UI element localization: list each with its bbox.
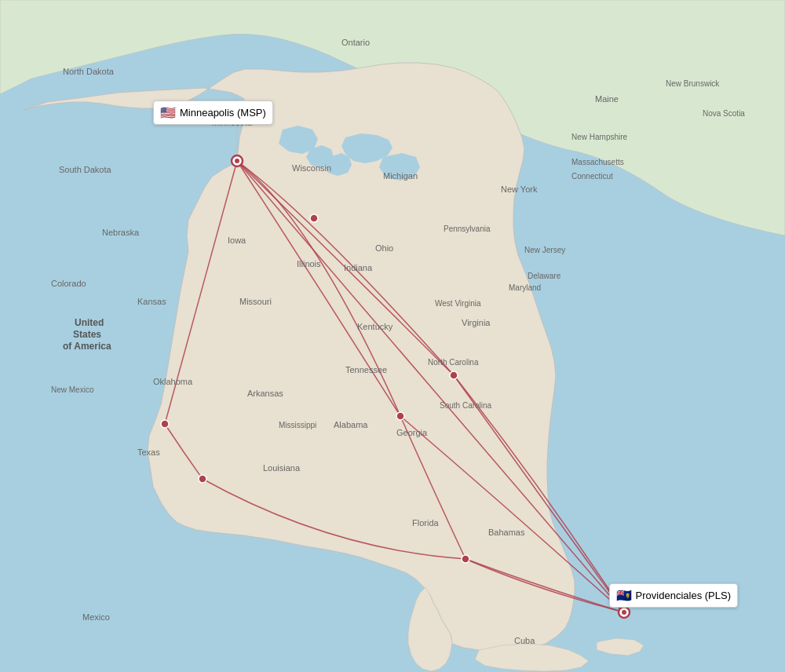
svg-text:Mexico: Mexico (82, 612, 110, 622)
pls-flag: 🇹🇨 (616, 588, 632, 603)
svg-point-3 (310, 214, 318, 222)
map-container: North Dakota South Dakota Nebraska Color… (0, 0, 785, 672)
svg-text:Michigan: Michigan (383, 171, 418, 181)
svg-text:Ontario: Ontario (341, 38, 370, 47)
svg-text:Oklahoma: Oklahoma (153, 377, 193, 386)
svg-text:South Dakota: South Dakota (59, 165, 112, 174)
msp-airport-label: 🇺🇸 Minneapolis (MSP) (153, 100, 273, 125)
msp-flag: 🇺🇸 (160, 105, 176, 120)
svg-point-4 (450, 371, 458, 379)
svg-text:Tennessee: Tennessee (345, 365, 387, 374)
svg-text:of America: of America (63, 341, 111, 352)
svg-text:Indiana: Indiana (344, 263, 373, 272)
svg-text:Colorado: Colorado (51, 279, 86, 288)
svg-text:North Carolina: North Carolina (428, 358, 479, 367)
svg-text:Illinois: Illinois (297, 259, 321, 268)
svg-point-6 (462, 555, 469, 563)
svg-text:Wisconsin: Wisconsin (292, 163, 331, 173)
map-svg: North Dakota South Dakota Nebraska Color… (0, 0, 785, 672)
svg-text:New Jersey: New Jersey (524, 246, 565, 254)
msp-label-text: Minneapolis (MSP) (180, 107, 266, 119)
svg-text:New Hampshire: New Hampshire (571, 133, 628, 141)
svg-text:Mississippi: Mississippi (279, 421, 316, 429)
svg-text:Georgia: Georgia (396, 428, 428, 437)
svg-point-8 (199, 475, 206, 483)
svg-text:United: United (75, 317, 104, 328)
svg-text:States: States (73, 329, 101, 340)
svg-text:Connecticut: Connecticut (571, 172, 613, 181)
svg-point-10 (235, 159, 239, 163)
svg-text:Massachusetts: Massachusetts (571, 158, 624, 166)
svg-text:Louisiana: Louisiana (263, 463, 301, 473)
svg-text:Missouri: Missouri (239, 297, 272, 306)
svg-text:Delaware: Delaware (528, 272, 561, 280)
svg-text:New York: New York (501, 184, 538, 194)
pls-label-text: Providenciales (PLS) (636, 590, 731, 601)
svg-text:Nova Scotia: Nova Scotia (703, 109, 745, 118)
svg-text:Kansas: Kansas (137, 297, 166, 306)
svg-point-7 (161, 420, 169, 428)
svg-text:New Brunswick: New Brunswick (666, 79, 720, 88)
svg-text:Iowa: Iowa (228, 236, 246, 245)
svg-text:New Mexico: New Mexico (51, 385, 94, 394)
svg-text:Ohio: Ohio (375, 243, 393, 253)
svg-text:Florida: Florida (412, 518, 440, 528)
svg-text:Cuba: Cuba (514, 636, 535, 645)
svg-point-12 (622, 610, 626, 615)
svg-text:South Carolina: South Carolina (440, 401, 492, 410)
svg-text:Maine: Maine (595, 94, 619, 104)
pls-airport-label: 🇹🇨 Providenciales (PLS) (609, 583, 738, 608)
svg-text:West Virginia: West Virginia (435, 299, 481, 308)
svg-text:Maryland: Maryland (509, 283, 541, 292)
svg-text:Pennsylvania: Pennsylvania (444, 225, 491, 233)
svg-text:Bahamas: Bahamas (488, 528, 525, 537)
svg-text:Arkansas: Arkansas (247, 389, 283, 398)
svg-text:Virginia: Virginia (462, 318, 491, 327)
svg-point-5 (396, 412, 404, 420)
svg-text:North Dakota: North Dakota (63, 67, 115, 76)
svg-text:Nebraska: Nebraska (102, 228, 140, 237)
svg-text:Kentucky: Kentucky (357, 322, 393, 331)
svg-text:Texas: Texas (137, 447, 160, 457)
svg-text:Alabama: Alabama (334, 420, 368, 429)
